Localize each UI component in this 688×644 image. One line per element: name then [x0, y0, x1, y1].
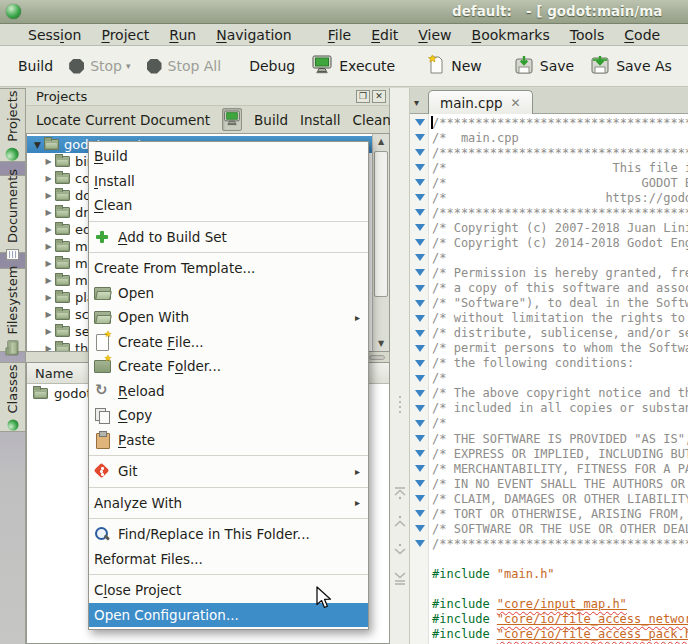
- scroll-up-icon[interactable]: ▲: [373, 134, 389, 149]
- expander-icon[interactable]: ▶: [42, 310, 55, 319]
- stop-all-button[interactable]: Stop All: [141, 55, 228, 77]
- center-splitter[interactable]: [390, 88, 410, 644]
- menu-item[interactable]: Git ▸: [89, 459, 368, 484]
- fold-marker-icon[interactable]: [415, 134, 425, 141]
- code-editor[interactable]: /***************************************…: [410, 114, 688, 644]
- fold-marker-icon[interactable]: [415, 239, 425, 246]
- fold-marker-icon[interactable]: [415, 254, 425, 261]
- fold-marker-icon[interactable]: [415, 345, 425, 352]
- menu-item[interactable]: [89, 452, 368, 459]
- fold-marker-icon[interactable]: [415, 495, 425, 502]
- save-button[interactable]: Save: [508, 52, 580, 81]
- scrollbar-thumb[interactable]: [374, 151, 388, 297]
- fold-marker-icon[interactable]: [415, 300, 425, 307]
- collapse-bottom-icon[interactable]: [393, 570, 407, 586]
- menu-item[interactable]: Reformat Files...: [89, 547, 368, 572]
- fold-marker-icon[interactable]: [415, 480, 425, 487]
- fold-marker-icon[interactable]: [415, 209, 425, 216]
- locate-current-document-button[interactable]: Locate Current Document: [36, 112, 210, 128]
- projects-panel-titlebar[interactable]: Projects ❐ ✕: [26, 88, 389, 106]
- save-as-button[interactable]: Save As: [584, 52, 678, 81]
- menubar-item[interactable]: File: [318, 26, 361, 44]
- menubar-item[interactable]: Code: [614, 26, 670, 44]
- fold-marker-icon[interactable]: [415, 525, 425, 532]
- fold-marker-icon[interactable]: [415, 179, 425, 186]
- menu-item[interactable]: [89, 515, 368, 522]
- fold-marker-icon[interactable]: [415, 510, 425, 517]
- expander-icon[interactable]: ▶: [42, 344, 55, 351]
- fold-marker-icon[interactable]: [415, 390, 425, 397]
- collapse-up-icon[interactable]: [393, 514, 407, 530]
- close-panel-icon[interactable]: ✕: [372, 90, 386, 103]
- menu-item[interactable]: Open With ▸: [89, 305, 368, 330]
- expander-icon[interactable]: ▶: [42, 225, 55, 234]
- menubar-item[interactable]: Navigation: [206, 26, 302, 44]
- expander-icon[interactable]: ▶: [42, 276, 55, 285]
- menubar-item[interactable]: Project: [91, 26, 159, 44]
- panel-build-button[interactable]: Build: [254, 112, 288, 128]
- execute-button[interactable]: Execute: [305, 52, 401, 80]
- menu-item[interactable]: Clean: [89, 193, 368, 218]
- titlebar[interactable]: default: - [ godot:main/ma: [0, 0, 688, 24]
- menu-item[interactable]: Paste: [89, 428, 368, 453]
- expander-icon[interactable]: ▶: [42, 174, 55, 183]
- tab-main-cpp[interactable]: main.cpp ✕: [428, 90, 533, 114]
- dock-tab-filesystem[interactable]: Filesystem: [0, 268, 26, 352]
- fold-marker-icon[interactable]: [415, 540, 425, 547]
- expander-icon[interactable]: ▶: [42, 259, 55, 268]
- menubar-item[interactable]: View: [408, 26, 461, 44]
- fold-marker-icon[interactable]: [415, 375, 425, 382]
- fold-marker-icon[interactable]: [415, 450, 425, 457]
- fold-marker-icon[interactable]: [415, 164, 425, 171]
- menubar-item[interactable]: Session: [18, 26, 91, 44]
- fold-marker-icon[interactable]: [415, 149, 425, 156]
- expander-icon[interactable]: ▶: [42, 293, 55, 302]
- menu-item[interactable]: Add to Build Set: [89, 225, 368, 250]
- fold-marker-icon[interactable]: [415, 224, 425, 231]
- fold-marker-icon[interactable]: [415, 435, 425, 442]
- tree-scrollbar[interactable]: ▲ ▼: [372, 134, 389, 351]
- show-source-button[interactable]: [222, 108, 242, 131]
- menubar-item[interactable]: Run: [159, 26, 206, 44]
- expander-icon[interactable]: ▶: [42, 242, 55, 251]
- fold-marker-icon[interactable]: [415, 420, 425, 427]
- menu-item[interactable]: [89, 218, 368, 225]
- stop-button[interactable]: Stop ▾: [63, 55, 136, 77]
- menubar-item[interactable]: Tools: [560, 26, 615, 44]
- menu-item[interactable]: [89, 484, 368, 491]
- fold-marker-icon[interactable]: [415, 330, 425, 337]
- undo-button[interactable]: Und: [682, 53, 688, 80]
- fold-marker-icon[interactable]: [415, 285, 425, 292]
- tab-list-chevron-icon[interactable]: ▾: [414, 97, 419, 108]
- dock-tab-classes[interactable]: Classes: [0, 362, 26, 432]
- dock-tab-projects[interactable]: Projects: [0, 88, 26, 162]
- expander-icon[interactable]: ▶: [42, 157, 55, 166]
- collapse-down-icon[interactable]: [393, 542, 407, 558]
- splitter-grip[interactable]: [369, 355, 385, 360]
- debug-button[interactable]: Debug: [243, 55, 301, 77]
- expander-icon[interactable]: ▶: [42, 208, 55, 217]
- close-tab-icon[interactable]: ✕: [511, 96, 521, 110]
- expander-icon[interactable]: ▶: [42, 327, 55, 336]
- menubar-item[interactable]: Bookmarks: [462, 26, 560, 44]
- menu-item[interactable]: Copy: [89, 403, 368, 428]
- menubar-item[interactable]: Edit: [361, 26, 408, 44]
- menu-item[interactable]: [89, 249, 368, 256]
- menu-item[interactable]: Create From Template...: [89, 256, 368, 281]
- fold-marker-icon[interactable]: [415, 465, 425, 472]
- panel-install-button[interactable]: Install: [300, 112, 341, 128]
- collapse-top-icon[interactable]: [393, 486, 407, 502]
- panel-clean-button[interactable]: Clean: [353, 112, 391, 128]
- menu-item[interactable]: Install: [89, 169, 368, 194]
- expander-icon[interactable]: ▼: [31, 140, 44, 150]
- menu-item[interactable]: Build: [89, 144, 368, 169]
- float-panel-icon[interactable]: ❐: [356, 90, 370, 103]
- menu-item[interactable]: Create File...: [89, 330, 368, 355]
- fold-marker-icon[interactable]: [415, 315, 425, 322]
- scroll-down-icon[interactable]: ▼: [373, 336, 389, 351]
- fold-marker-icon[interactable]: [415, 269, 425, 276]
- menu-item[interactable]: [89, 571, 368, 578]
- fold-marker-icon[interactable]: [415, 119, 425, 126]
- menu-item[interactable]: Reload: [89, 379, 368, 404]
- new-button[interactable]: New: [421, 52, 488, 81]
